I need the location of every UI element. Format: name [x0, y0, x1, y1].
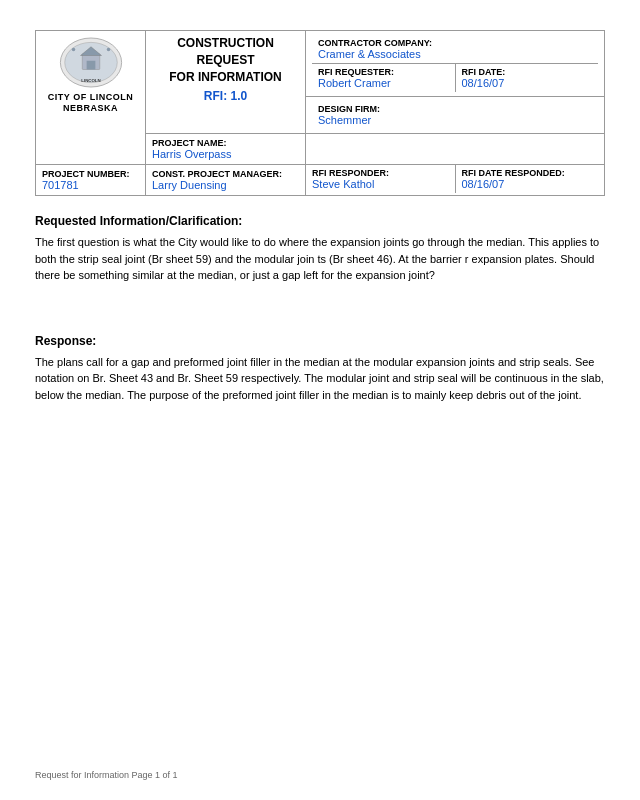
- contractor-rfi-date-cell: CONTRACTOR COMPANY: Cramer & Associates …: [306, 31, 605, 97]
- right-inner-bottom: RFI RESPONDER: Steve Kathol RFI DATE RES…: [306, 165, 604, 193]
- contractor-company-cell: CONTRACTOR COMPANY: Cramer & Associates: [312, 35, 598, 64]
- right-inner-table: CONTRACTOR COMPANY: Cramer & Associates …: [312, 35, 598, 92]
- rfi-responder-label: RFI RESPONDER:: [312, 168, 449, 178]
- rfi-responder-cell: RFI RESPONDER: Steve Kathol: [306, 165, 455, 193]
- response-body: The plans call for a gap and preformed j…: [35, 354, 605, 404]
- svg-point-6: [106, 48, 110, 52]
- rfi-responder-value: Steve Kathol: [312, 178, 374, 190]
- const-pm-cell: CONST. PROJECT MANAGER: Larry Duensing: [146, 165, 306, 196]
- rfi-requester-name: Robert Cramer: [318, 77, 391, 89]
- rfi-requester-cell: RFI REQUESTER: Robert Cramer: [312, 64, 455, 93]
- header-table: LINCOLN CITY OF LINCOLN NEBRASKA CONSTRU…: [35, 30, 605, 196]
- rfi-requester-label: RFI REQUESTER:: [318, 67, 449, 77]
- project-name-value: Harris Overpass: [152, 148, 231, 160]
- logo-cell: LINCOLN CITY OF LINCOLN NEBRASKA: [36, 31, 146, 165]
- requested-info-section: Requested Information/Clarification: The…: [35, 214, 605, 284]
- svg-rect-4: [86, 61, 95, 70]
- project-name-label: PROJECT NAME:: [152, 138, 299, 148]
- svg-text:LINCOLN: LINCOLN: [81, 78, 100, 83]
- svg-point-5: [71, 48, 75, 52]
- design-firm-value: Schemmer: [318, 114, 371, 126]
- rfi-date-responded-value: 08/16/07: [462, 178, 505, 190]
- city-logo: LINCOLN CITY OF LINCOLN NEBRASKA: [42, 35, 139, 114]
- requested-info-body: The first question is what the City woul…: [35, 234, 605, 284]
- document-title: CONSTRUCTION REQUEST FOR INFORMATION: [152, 35, 299, 85]
- design-firm-label: DESIGN FIRM:: [318, 104, 592, 114]
- project-number-value: 701781: [42, 179, 79, 191]
- contractor-label: CONTRACTOR COMPANY:: [318, 38, 592, 48]
- project-name-cell: PROJECT NAME: Harris Overpass: [146, 134, 306, 165]
- bottom-right-empty: [306, 134, 605, 165]
- rfi-date-value: 08/16/07: [462, 77, 505, 89]
- city-name-text: CITY OF LINCOLN NEBRASKA: [48, 92, 133, 114]
- project-name-design-firm-cell: DESIGN FIRM: Schemmer: [306, 97, 605, 134]
- rfi-date-responded-label: RFI DATE RESPONDED:: [462, 168, 599, 178]
- rfi-date-cell: RFI DATE: 08/16/07: [455, 64, 598, 93]
- city-seal-icon: LINCOLN: [56, 35, 126, 90]
- right-inner-table2: DESIGN FIRM: Schemmer: [312, 101, 598, 129]
- contractor-name: Cramer & Associates: [318, 48, 421, 60]
- requested-info-title: Requested Information/Clarification:: [35, 214, 605, 228]
- page-footer: Request for Information Page 1 of 1: [35, 770, 178, 780]
- rfi-date-label: RFI DATE:: [462, 67, 593, 77]
- title-cell: CONSTRUCTION REQUEST FOR INFORMATION RFI…: [146, 31, 306, 134]
- project-number-label: PROJECT NUMBER:: [42, 169, 139, 179]
- response-section: Response: The plans call for a gap and p…: [35, 334, 605, 404]
- response-title: Response:: [35, 334, 605, 348]
- rfi-responder-date-cell: RFI RESPONDER: Steve Kathol RFI DATE RES…: [306, 165, 605, 196]
- const-pm-label: CONST. PROJECT MANAGER:: [152, 169, 299, 179]
- rfi-number-value: 1.0: [230, 89, 247, 103]
- project-number-cell: PROJECT NUMBER: 701781: [36, 165, 146, 196]
- rfi-number-display: RFI: 1.0: [152, 89, 299, 103]
- design-firm-cell: DESIGN FIRM: Schemmer: [312, 101, 598, 129]
- rfi-date-responded-cell: RFI DATE RESPONDED: 08/16/07: [455, 165, 604, 193]
- footer-text: Request for Information Page 1 of 1: [35, 770, 178, 780]
- const-pm-value: Larry Duensing: [152, 179, 227, 191]
